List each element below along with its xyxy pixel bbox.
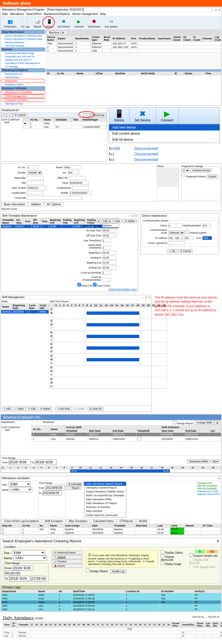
- tt-bi-input[interactable]: [102, 251, 116, 255]
- side-up-user[interactable]: Upload user info and FP: [1, 58, 45, 62]
- home-input[interactable]: [27, 196, 82, 200]
- card-input[interactable]: [27, 191, 44, 195]
- sm-clear[interactable]: ⊘ Clear All: [87, 407, 104, 411]
- design-chk[interactable]: [173, 421, 176, 424]
- dm-mn[interactable]: [202, 224, 211, 228]
- rpt-item[interactable]: Staff's On-Duty/Off-Duty Timetable: [84, 494, 126, 497]
- device-row[interactable]: 3Disconnected1USB: [46, 49, 221, 53]
- calc-row[interactable]: 11001VickyDaytime2016/9/26Daytime01:0008…: [1, 528, 221, 531]
- tab-addition[interactable]: Addition: [29, 202, 44, 206]
- tt-leave-input[interactable]: [102, 246, 111, 250]
- tt-on-input[interactable]: [102, 229, 116, 232]
- calc-dep[interactable]: XIMI: [9, 482, 31, 487]
- log-row[interactable]: XIMILina22016/9/26 17:56:421FP: [1, 608, 221, 611]
- emplist-cancel[interactable]: ✗ Cancel: [13, 113, 27, 117]
- connect-dev-btn[interactable]: Connect Device: [191, 168, 212, 172]
- calc-tab[interactable]: Misc Exception: [66, 519, 90, 523]
- side-photo[interactable]: Attendance Photo Management: [1, 62, 45, 65]
- calc-to[interactable]: [42, 490, 62, 495]
- tt-bo-input[interactable]: [102, 261, 116, 265]
- search-close[interactable]: ✕: [216, 539, 220, 543]
- emplist-save[interactable]: ✓: [7, 113, 13, 117]
- dm-ok[interactable]: ✓ OK: [167, 249, 178, 253]
- log-row[interactable]: XIMIVicky12016/9/26 17:56:321001FP: [1, 593, 221, 597]
- calc-tab[interactable]: OTReports: [117, 519, 136, 523]
- photo-box[interactable]: [157, 168, 179, 187]
- log-row[interactable]: XIMIVicky12016/9/26 17:56:351001FP: [1, 600, 221, 604]
- side-maint-tt[interactable]: Maintenance Timetables: [1, 90, 45, 94]
- calc-tab[interactable]: Shift Exception: [42, 519, 66, 523]
- acno-input[interactable]: [27, 165, 38, 169]
- dob-input[interactable]: [27, 186, 46, 190]
- simple-calc-chk[interactable]: [189, 553, 193, 557]
- rpt-item[interactable]: Daily Overtime: [84, 509, 126, 513]
- sm-deltime[interactable]: ✗ Delete: [72, 407, 87, 411]
- side-employees[interactable]: Employees: [1, 79, 45, 83]
- export-btn[interactable]: 📤 Export: [52, 564, 82, 568]
- dept-tree[interactable]: OUR COMPANY XIMI: [1, 118, 23, 129]
- deldevice-button[interactable]: ✖Del Device: [56, 17, 72, 29]
- s-from-d[interactable]: [13, 565, 34, 571]
- tt-post[interactable]: ✓ Post: [110, 219, 122, 223]
- design-rpt-chk[interactable]: [86, 569, 89, 572]
- sched-tree[interactable]: OUR COMPANYXIMI: [1, 425, 31, 441]
- report-button[interactable]: 📊Report: [32, 17, 44, 29]
- link-maint-albl[interactable]: Maintenance AL/BL: [197, 490, 220, 493]
- gender-select[interactable]: Female: [27, 170, 42, 175]
- arrange-btn[interactable]: Arrange Shifts: [195, 421, 214, 425]
- link-filter-exc[interactable]: Filter by exception: [197, 484, 220, 487]
- side-dbopt[interactable]: Database Option: [1, 83, 45, 86]
- disp-image-chk[interactable]: [161, 561, 164, 565]
- side-attrule[interactable]: Attendance Rule: [1, 102, 45, 105]
- big-connect-btn[interactable]: ▶Connect: [156, 108, 179, 124]
- sm-close[interactable]: — □ ✕: [142, 296, 150, 299]
- tt-off-input[interactable]: [102, 234, 116, 237]
- temp-shifts-btn[interactable]: Temporary Shifts: [187, 459, 210, 463]
- side-acmanage[interactable]: AC Manage: [1, 65, 45, 68]
- calc-name[interactable]: <All>: [10, 487, 32, 492]
- log-row[interactable]: XIMIVicky12016/9/26 17:56:331001FP: [1, 597, 221, 600]
- report-btn[interactable]: 📄 Report: [66, 486, 82, 490]
- device-row[interactable]: XIMIDisconnected1Ethernet192.168.0.24370: [46, 42, 221, 45]
- cancel-btn[interactable]: Cancel: [206, 175, 218, 178]
- dm-port[interactable]: [202, 236, 212, 240]
- link-filter-tt[interactable]: Filter by timetable: [197, 487, 220, 490]
- window-controls[interactable]: — □ ✕: [212, 8, 220, 11]
- s-name[interactable]: <All>: [14, 555, 47, 561]
- title-input[interactable]: [27, 181, 44, 185]
- must-cin-chk[interactable]: [77, 283, 81, 287]
- fp-device-radio[interactable]: [181, 174, 185, 177]
- dm-android-chk[interactable]: [185, 230, 189, 234]
- tt-ei-input[interactable]: [102, 256, 116, 260]
- calc-tab[interactable]: Clock In/Out Log Exceptions: [1, 519, 41, 523]
- hired-input[interactable]: [69, 181, 89, 185]
- emplist-facegroup[interactable]: FaceGroup: [90, 113, 106, 117]
- tab-machinelist[interactable]: Machine List: [46, 30, 67, 35]
- calc-btn[interactable]: ⚙ Calculate: [66, 482, 84, 486]
- sched-row[interactable]: 2LinaNormal2000/1/12999/12/312016/9/2620…: [32, 436, 221, 441]
- dm-pw[interactable]: [168, 241, 185, 245]
- emp-row[interactable]: ▶1Vicky: [23, 122, 107, 125]
- sm-addtime[interactable]: + Add Time: [55, 407, 72, 411]
- dd-add-device[interactable]: Add new device: [109, 124, 220, 131]
- side-dept[interactable]: Department List: [1, 72, 45, 76]
- side-empsched[interactable]: Employee Schedule: [1, 98, 45, 102]
- rpt-item[interactable]: Attendance General Report: [84, 486, 126, 490]
- rpt-item[interactable]: Depart Attendance Statistic Report: [84, 490, 126, 494]
- calc-tab[interactable]: NoShif: [136, 519, 150, 523]
- aclog-button[interactable]: 📄AC Log: [19, 17, 32, 29]
- side-admin[interactable]: Administrator: [1, 76, 45, 79]
- rpt-item[interactable]: Create report for current grid: [84, 513, 126, 517]
- rpt-item[interactable]: Daily Attendance OT Report: [84, 501, 126, 505]
- side-import[interactable]: Import Attendance Checking Data: [1, 34, 45, 37]
- sched-print[interactable]: 🖨: [214, 421, 221, 425]
- rpt-item[interactable]: Daily Attendance Shifts: [84, 497, 126, 501]
- change-color-link[interactable]: Change the Display Color: [108, 288, 137, 291]
- adv-export-btn[interactable]: ↻ Advanced Export: [52, 551, 82, 554]
- tt-eo-input[interactable]: [102, 266, 116, 270]
- side-shifts[interactable]: Shifts Management: [1, 94, 45, 98]
- link-change-color[interactable]: Change color: [197, 482, 220, 484]
- rpt-item[interactable]: Daily Attendance Statistic Report: [84, 482, 126, 486]
- s-to-d[interactable]: [9, 576, 30, 581]
- exit-button[interactable]: ↪Exit system: [103, 17, 120, 29]
